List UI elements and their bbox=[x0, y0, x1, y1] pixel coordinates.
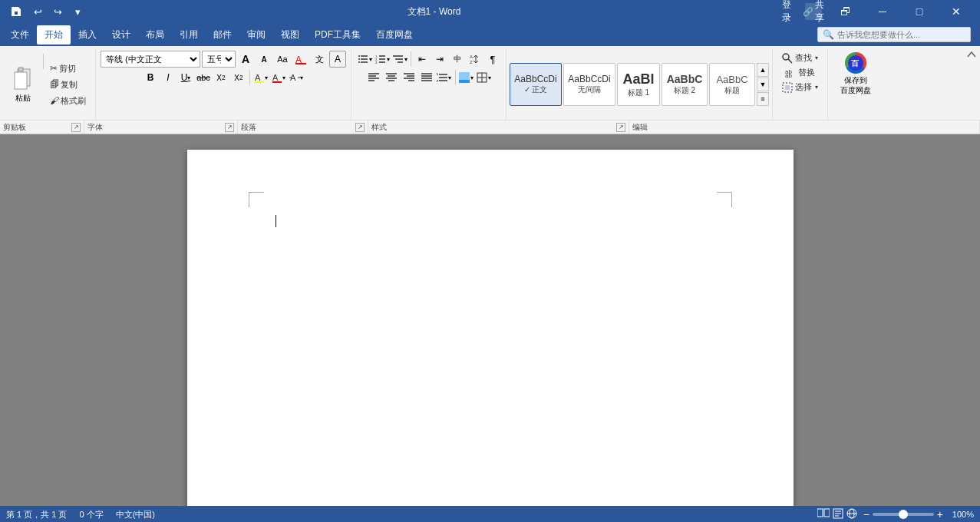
sort-btn[interactable]: AZ bbox=[467, 51, 483, 68]
style-no-spacing[interactable]: AaBbCcDi 无间隔 bbox=[563, 63, 615, 106]
change-case-btn[interactable]: Aa bbox=[274, 51, 291, 68]
style-normal[interactable]: AaBbCcDi ✓ 正文 bbox=[510, 63, 562, 106]
read-mode-btn[interactable] bbox=[817, 508, 830, 520]
menu-references[interactable]: 引用 bbox=[172, 25, 206, 45]
align-center-btn[interactable] bbox=[383, 69, 400, 86]
zoom-out-btn[interactable]: − bbox=[863, 508, 869, 520]
show-marks-btn[interactable]: ¶ bbox=[484, 51, 501, 68]
increase-indent-btn[interactable]: ⇥ bbox=[431, 51, 448, 68]
print-layout-btn[interactable] bbox=[833, 508, 843, 520]
phonetic-btn[interactable]: 文 bbox=[311, 51, 328, 68]
clear-format-icon: A bbox=[295, 54, 306, 64]
zoom-in-btn[interactable]: + bbox=[937, 508, 943, 520]
svg-rect-62 bbox=[817, 509, 823, 517]
menu-design[interactable]: 设计 bbox=[104, 25, 138, 45]
undo-quick-btn[interactable]: ↩ bbox=[29, 3, 46, 20]
superscript-btn[interactable]: X2 bbox=[230, 69, 247, 86]
menu-review[interactable]: 审阅 bbox=[239, 25, 273, 45]
italic-btn[interactable]: I bbox=[160, 69, 177, 86]
maximize-btn[interactable]: □ bbox=[902, 0, 937, 23]
document-area[interactable] bbox=[0, 134, 980, 506]
font-family-select[interactable]: 等线 (中文正文 bbox=[101, 51, 200, 68]
baidu-save-btn[interactable]: 百 保存到 百度网盘 bbox=[834, 51, 877, 97]
menu-pdf[interactable]: PDF工具集 bbox=[307, 25, 368, 45]
align-right-icon bbox=[404, 72, 414, 83]
svg-rect-50 bbox=[459, 80, 470, 83]
clipboard-expand-btn[interactable]: ↗ bbox=[71, 123, 81, 132]
bullets-btn[interactable]: ▾ bbox=[356, 51, 373, 68]
select-btn[interactable]: 选择 ▾ bbox=[777, 80, 823, 94]
paste-btn[interactable]: 粘贴 bbox=[6, 51, 40, 118]
menu-mailing[interactable]: 邮件 bbox=[206, 25, 239, 45]
copy-btn[interactable]: 🗐 复制 bbox=[47, 78, 89, 92]
subscript-btn[interactable]: X2 bbox=[213, 69, 229, 86]
zoom-thumb[interactable] bbox=[899, 510, 908, 519]
bullets-icon bbox=[358, 54, 368, 64]
style-title-label: 标题 bbox=[724, 85, 740, 96]
format-painter-btn[interactable]: 🖌 格式刷 bbox=[47, 94, 89, 108]
svg-point-16 bbox=[358, 58, 360, 60]
save-quick-btn[interactable] bbox=[6, 2, 26, 21]
text-highlight-btn[interactable]: A ▾ bbox=[252, 69, 269, 86]
ribbon-collapse-btn[interactable] bbox=[966, 49, 977, 62]
menu-insert[interactable]: 插入 bbox=[71, 25, 104, 45]
zoom-slider[interactable] bbox=[873, 513, 934, 516]
bold-btn[interactable]: B bbox=[142, 69, 159, 86]
styles-more[interactable]: ≡ bbox=[757, 92, 769, 106]
menu-home[interactable]: 开始 bbox=[37, 25, 71, 45]
minimize-btn[interactable]: ─ bbox=[865, 0, 900, 23]
search-input[interactable] bbox=[837, 30, 965, 39]
align-right-btn[interactable] bbox=[401, 69, 417, 86]
shrink-font-btn[interactable]: A bbox=[256, 51, 272, 68]
menu-view[interactable]: 视图 bbox=[273, 25, 307, 45]
redo-quick-btn[interactable]: ↪ bbox=[49, 3, 66, 20]
window-controls: 🗗 ─ □ ✕ bbox=[828, 0, 974, 23]
styles-scroll-down[interactable]: ▼ bbox=[757, 78, 769, 91]
line-spacing-btn[interactable]: ▾ bbox=[436, 69, 453, 86]
font-expand-btn[interactable]: ↗ bbox=[225, 123, 234, 132]
style-heading2[interactable]: AaBbC 标题 2 bbox=[662, 63, 708, 106]
font-size-select[interactable]: 五号 bbox=[202, 51, 236, 68]
grow-font-btn[interactable]: A bbox=[237, 51, 254, 68]
shading-btn[interactable]: ▾ bbox=[458, 69, 475, 86]
cut-btn[interactable]: ✂ 剪切 bbox=[47, 61, 89, 76]
decrease-indent-btn[interactable]: ⇤ bbox=[414, 51, 431, 68]
strikethrough-btn[interactable]: abc bbox=[195, 69, 212, 86]
align-left-icon bbox=[368, 72, 379, 83]
login-btn[interactable]: 登录 bbox=[782, 3, 799, 20]
svg-rect-63 bbox=[824, 509, 830, 517]
justify-btn[interactable] bbox=[418, 69, 435, 86]
font-color-btn[interactable]: A ▾ bbox=[270, 69, 287, 86]
underline-btn[interactable]: U▾ bbox=[177, 69, 194, 86]
menu-layout[interactable]: 布局 bbox=[138, 25, 172, 45]
share-btn[interactable]: 🔗 共享 bbox=[805, 3, 822, 20]
styles-expand-btn[interactable]: ↗ bbox=[616, 123, 625, 132]
svg-text:3.: 3. bbox=[375, 61, 378, 64]
menu-baidu[interactable]: 百度网盘 bbox=[368, 25, 421, 45]
multilevel-btn[interactable]: ▾ bbox=[391, 51, 408, 68]
replace-btn[interactable]: abab 替换 bbox=[780, 65, 820, 80]
menu-file[interactable]: 文件 bbox=[3, 25, 37, 45]
clear-format-btn[interactable]: A bbox=[292, 51, 309, 68]
restore-btn[interactable]: 🗗 bbox=[828, 0, 863, 23]
numbering-btn[interactable]: 1.2.3. ▾ bbox=[374, 51, 391, 68]
char-spacing-btn[interactable]: A ▾ bbox=[288, 69, 305, 86]
char-border-btn[interactable]: A bbox=[329, 51, 346, 68]
paragraph-expand-btn[interactable]: ↗ bbox=[355, 123, 365, 132]
close-btn[interactable]: ✕ bbox=[939, 0, 974, 23]
chinese-layout-btn[interactable]: 中 bbox=[449, 51, 466, 68]
web-layout-btn[interactable] bbox=[846, 508, 857, 520]
document-page[interactable] bbox=[187, 150, 794, 506]
margin-mark-topleft bbox=[249, 192, 264, 207]
style-title[interactable]: AaBbC 标题 bbox=[709, 63, 755, 106]
styles-scroll-up[interactable]: ▲ bbox=[757, 63, 769, 77]
align-left-btn[interactable] bbox=[365, 69, 382, 86]
borders-btn[interactable]: ▾ bbox=[476, 69, 493, 86]
quick-access-dropdown[interactable]: ▾ bbox=[69, 3, 86, 20]
styles-group-label: 样式 bbox=[371, 122, 387, 133]
search-bar[interactable]: 🔍 bbox=[817, 27, 971, 42]
find-btn[interactable]: 查找 ▾ bbox=[777, 51, 823, 65]
svg-text:Z: Z bbox=[470, 60, 473, 64]
baidu-save-group: 百 保存到 百度网盘 bbox=[828, 49, 883, 120]
style-heading1[interactable]: AaBl 标题 1 bbox=[617, 63, 660, 106]
